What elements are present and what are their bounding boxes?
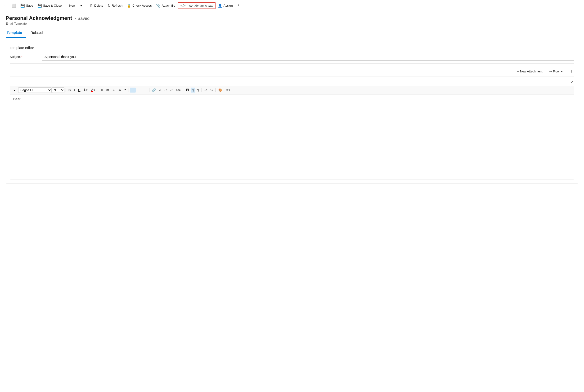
rte-unlink-button[interactable]: ⌀ — [158, 88, 163, 92]
main-content: Template editor Subject* + New Attachmen… — [0, 38, 584, 187]
rte-sep-2 — [98, 88, 98, 92]
rte-clean-icon: 🖌 — [13, 88, 16, 92]
save-icon: 💾 — [20, 4, 25, 8]
subject-label: Subject* — [10, 55, 38, 59]
save-button[interactable]: 💾 Save — [19, 2, 35, 9]
rte-table-button[interactable]: ⊞ ▼ — [224, 88, 232, 92]
rte-font-size-select[interactable]: 9 10 11 12 14 16 — [52, 87, 65, 93]
open-icon: ⬜ — [12, 4, 16, 8]
delete-icon: 🗑 — [90, 4, 93, 8]
back-icon: ← — [4, 4, 7, 8]
rte-image-button[interactable]: 🖼 — [185, 88, 190, 92]
rte-sep-1 — [66, 88, 66, 92]
open-in-new-button[interactable]: ⬜ — [10, 2, 18, 9]
template-editor-card: Template editor Subject* + New Attachmen… — [6, 42, 578, 184]
rte-sep-5 — [183, 88, 183, 92]
dropdown-icon: ▼ — [80, 4, 83, 7]
attach-file-icon: 📎 — [156, 4, 161, 8]
save-close-icon: 💾 — [38, 4, 42, 8]
rte-redo-button[interactable]: ↪ — [209, 88, 214, 92]
rte-font-family-select[interactable]: Segoe UI Arial Times New Roman — [18, 87, 52, 93]
check-access-icon: 🔒 — [127, 4, 131, 8]
insert-dynamic-icon: </> — [181, 4, 186, 8]
tab-template[interactable]: Template — [6, 28, 26, 38]
rte-special1-button[interactable]: ¶ — [191, 88, 195, 92]
editor-more-button[interactable]: ⋮ — [568, 69, 574, 74]
rte-undo-button[interactable]: ↩ — [203, 88, 208, 92]
new-attachment-button[interactable]: + New Attachment — [515, 68, 544, 74]
delete-button[interactable]: 🗑 Delete — [88, 2, 105, 9]
main-toolbar: ← ⬜ 💾 Save 💾 Save & Close + New ▼ 🗑 Dele… — [0, 0, 584, 11]
new-icon: + — [66, 4, 68, 8]
rte-sep-6 — [202, 88, 202, 92]
rte-highlight-icon: Ȧ — [84, 88, 86, 92]
page-title-row: Personal Acknowledgment - Saved — [6, 15, 578, 21]
subject-input[interactable] — [42, 53, 574, 60]
save-close-button[interactable]: 💾 Save & Close — [36, 2, 64, 9]
rte-body[interactable]: Dear — [10, 94, 574, 180]
rte-align-right-button[interactable]: ☰ — [142, 88, 148, 92]
rte-font-color-icon: A — [91, 88, 93, 92]
rte-link-button[interactable]: 🔗 — [151, 88, 157, 92]
assign-icon: 👤 — [218, 4, 222, 8]
editor-more-icon: ⋮ — [570, 70, 573, 73]
rte-italic-button[interactable]: I — [73, 88, 76, 92]
rte-strikethrough-button[interactable]: abc — [175, 88, 182, 92]
subject-required: * — [21, 55, 23, 59]
rte-align-center-button[interactable]: ☰ — [136, 88, 142, 92]
flow-dropdown-icon: ▼ — [560, 70, 563, 73]
check-access-button[interactable]: 🔒 Check Access — [125, 2, 154, 9]
rte-superscript-button[interactable]: x2 — [163, 88, 168, 92]
plus-icon: + — [517, 69, 519, 74]
rte-highlight-dropdown: ▼ — [86, 89, 88, 91]
flow-button[interactable]: ⤳ Flow ▼ — [548, 69, 564, 74]
rte-bold-button[interactable]: B — [67, 88, 72, 92]
resize-icon[interactable]: ⤢ — [569, 79, 574, 85]
more-icon: ⋮ — [237, 4, 240, 7]
rte-sep-7 — [216, 88, 216, 92]
refresh-icon: ↻ — [108, 4, 111, 8]
rte-fill-button[interactable]: 🎨 — [217, 88, 224, 92]
rte-bullet-list-button[interactable]: ≡ — [100, 88, 104, 92]
rte-subscript-button[interactable]: x2 — [169, 88, 174, 92]
refresh-button[interactable]: ↻ Refresh — [106, 2, 125, 9]
page-title: Personal Acknowledgment — [6, 15, 72, 21]
rte-font-color-button[interactable]: A ▼ — [90, 87, 97, 93]
rte-special2-button[interactable]: ¶ — [196, 88, 200, 92]
rte-numbered-list-button[interactable]: ⌘ — [105, 88, 111, 92]
rte-sep-3 — [129, 88, 129, 92]
subject-row: Subject* — [10, 53, 574, 64]
tabs-bar: Template Related — [0, 28, 584, 38]
page-header: Personal Acknowledgment - Saved Email Te… — [0, 11, 584, 25]
new-dropdown-button[interactable]: ▼ — [78, 2, 85, 8]
insert-dynamic-button[interactable]: </> Insert dynamic text — [178, 2, 216, 9]
tab-related[interactable]: Related — [30, 28, 47, 38]
attach-file-button[interactable]: 📎 Attach file — [154, 2, 177, 9]
flow-icon: ⤳ — [549, 70, 552, 73]
rte-table-dropdown: ▼ — [228, 89, 230, 91]
attachment-row: + New Attachment ⤳ Flow ▼ ⋮ — [10, 66, 574, 76]
template-editor-title: Template editor — [10, 46, 574, 50]
rte-align-left-button[interactable]: ☰ — [130, 88, 136, 92]
rte-decrease-indent-button[interactable]: ↞ — [111, 88, 117, 92]
rte-toolbar: 🖌 Segoe UI Arial Times New Roman 9 10 11… — [10, 86, 574, 94]
more-button[interactable]: ⋮ — [235, 2, 242, 8]
rte-highlight-button[interactable]: Ȧ ▼ — [82, 88, 89, 92]
new-button[interactable]: + New — [64, 2, 77, 9]
rte-increase-indent-button[interactable]: ↠ — [117, 88, 123, 92]
saved-indicator: - Saved — [75, 16, 90, 21]
rte-underline-button[interactable]: U — [77, 88, 82, 92]
back-button[interactable]: ← — [2, 2, 9, 9]
assign-button[interactable]: 👤 Assign — [216, 2, 235, 9]
rte-clean-button[interactable]: 🖌 — [12, 88, 18, 92]
rte-blockquote-button[interactable]: ❝ — [123, 88, 127, 92]
rte-body-content: Dear — [13, 97, 20, 101]
page-subtitle: Email Template — [6, 22, 578, 25]
separator-1 — [86, 3, 86, 8]
rte-font-color-dropdown: ▼ — [93, 89, 96, 91]
resize-row: ⤢ — [10, 78, 574, 86]
